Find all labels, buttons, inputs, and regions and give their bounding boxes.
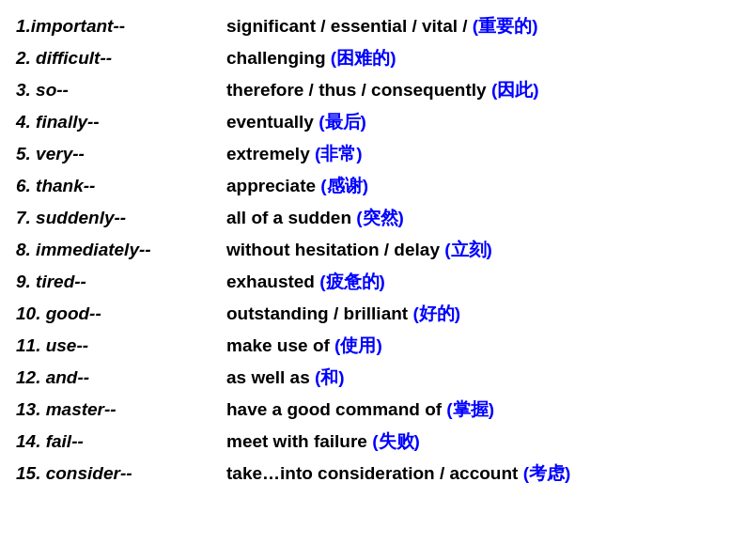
vocab-word: 12. and-- [14, 363, 225, 393]
vocab-definition: have a good command of (掌握) [225, 395, 732, 425]
vocab-definition: eventually (最后) [225, 107, 732, 137]
table-row: 11. use--make use of (使用) [14, 331, 732, 361]
vocab-word: 10. good-- [14, 299, 225, 329]
table-row: 10. good--outstanding / brilliant (好的) [14, 299, 732, 329]
table-row: 14. fail--meet with failure (失败) [14, 427, 732, 457]
vocab-definition: extremely (非常) [225, 139, 732, 169]
vocab-list: 1.important--significant / essential / v… [14, 9, 732, 490]
vocab-definition: challenging (困难的) [225, 43, 732, 73]
vocab-definition: outstanding / brilliant (好的) [225, 299, 732, 329]
table-row: 3. so--therefore / thus / consequently (… [14, 75, 732, 105]
table-row: 7. suddenly--all of a sudden (突然) [14, 203, 732, 233]
vocab-word: 9. tired-- [14, 267, 225, 297]
vocab-word: 13. master-- [14, 395, 225, 425]
table-row: 5. very--extremely (非常) [14, 139, 732, 169]
vocab-definition: therefore / thus / consequently (因此) [225, 75, 732, 105]
table-row: 12. and--as well as (和) [14, 363, 732, 393]
vocab-word: 15. consider-- [14, 459, 225, 489]
table-row: 15. consider--take…into consideration / … [14, 459, 732, 489]
vocab-word: 14. fail-- [14, 427, 225, 457]
vocab-definition: appreciate (感谢) [225, 171, 732, 201]
vocab-definition: exhausted (疲惫的) [225, 267, 732, 297]
table-row: 2. difficult--challenging (困难的) [14, 43, 732, 73]
vocab-word: 2. difficult-- [14, 43, 225, 73]
vocab-definition: as well as (和) [225, 363, 732, 393]
table-row: 9. tired--exhausted (疲惫的) [14, 267, 732, 297]
vocab-word: 11. use-- [14, 331, 225, 361]
table-row: 4. finally--eventually (最后) [14, 107, 732, 137]
vocab-word: 6. thank-- [14, 171, 225, 201]
vocab-definition: without hesitation / delay (立刻) [225, 235, 732, 265]
table-row: 1.important--significant / essential / v… [14, 11, 732, 41]
vocab-word: 5. very-- [14, 139, 225, 169]
vocab-definition: meet with failure (失败) [225, 427, 732, 457]
vocab-definition: significant / essential / vital / (重要的) [225, 11, 732, 41]
vocab-word: 8. immediately-- [14, 235, 225, 265]
table-row: 6. thank--appreciate (感谢) [14, 171, 732, 201]
vocab-definition: make use of (使用) [225, 331, 732, 361]
vocab-definition: all of a sudden (突然) [225, 203, 732, 233]
vocab-word: 1.important-- [14, 11, 225, 41]
table-row: 8. immediately--without hesitation / del… [14, 235, 732, 265]
vocab-definition: take…into consideration / account (考虑) [225, 459, 732, 489]
vocab-word: 3. so-- [14, 75, 225, 105]
table-row: 13. master--have a good command of (掌握) [14, 395, 732, 425]
vocab-word: 4. finally-- [14, 107, 225, 137]
vocab-word: 7. suddenly-- [14, 203, 225, 233]
